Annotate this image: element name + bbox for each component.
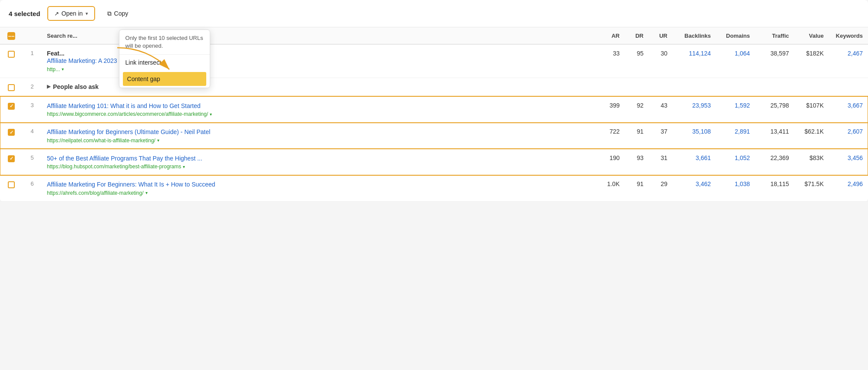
- th-ur: UR: [649, 27, 673, 44]
- row5-value: $83K: [794, 149, 829, 175]
- row4-domains: 2,891: [716, 123, 755, 149]
- row1-featured-label: Feat...: [47, 50, 64, 57]
- row6-checkbox-cell: [0, 175, 23, 202]
- row3-num: 3: [23, 96, 42, 123]
- th-backlinks: Backlinks: [673, 27, 716, 44]
- row5-ar: 190: [599, 149, 625, 175]
- row4-title-link[interactable]: Affiliate Marketing for Beginners (Ultim…: [47, 128, 594, 137]
- table-row: 6 Affiliate Marketing For Beginners: Wha…: [0, 175, 868, 202]
- row6-checkbox[interactable]: [8, 181, 15, 188]
- row3-title-link[interactable]: Affiliate Marketing 101: What it is and …: [47, 102, 594, 111]
- row1-ur: 30: [649, 44, 673, 78]
- row4-ur: 37: [649, 123, 673, 149]
- th-dr: DR: [625, 27, 649, 44]
- link-intersect-item[interactable]: Link intersect: [119, 55, 210, 70]
- row5-content: 50+ of the Best Affiliate Programs That …: [42, 149, 599, 175]
- selected-count: 4 selected: [9, 10, 40, 17]
- row6-title-link[interactable]: Affiliate Marketing For Beginners: What …: [47, 180, 594, 189]
- row6-content: Affiliate Marketing For Beginners: What …: [42, 175, 599, 202]
- row3-url-chevron-icon: ▾: [210, 112, 212, 117]
- row5-dr: 93: [625, 149, 649, 175]
- table-row: 4 Affiliate Marketing for Beginners (Ult…: [0, 123, 868, 149]
- row3-ur: 43: [649, 96, 673, 123]
- table-row: 3 Affiliate Marketing 101: What it is an…: [0, 96, 868, 123]
- row5-domains: 1,052: [716, 149, 755, 175]
- row4-checkbox[interactable]: [8, 129, 15, 136]
- row2-checkbox[interactable]: [8, 84, 15, 91]
- row4-traffic: 13,411: [755, 123, 794, 149]
- copy-label: Copy: [114, 10, 129, 17]
- row4-url-chevron-icon: ▾: [157, 138, 159, 143]
- row1-backlinks: 114,124: [673, 44, 716, 78]
- row3-value: $107K: [794, 96, 829, 123]
- row1-url-link[interactable]: http... ▾: [47, 66, 64, 72]
- row5-traffic: 22,369: [755, 149, 794, 175]
- people-ask-label: People also ask: [53, 83, 99, 90]
- open-in-icon: ↗: [54, 10, 59, 17]
- table-row: 5 50+ of the Best Affiliate Programs Tha…: [0, 149, 868, 175]
- row5-url-link[interactable]: https://blog.hubspot.com/marketing/best-…: [47, 164, 185, 170]
- row1-checkbox-cell: [0, 44, 23, 78]
- th-traffic: Traffic: [755, 27, 794, 44]
- row3-ar: 399: [599, 96, 625, 123]
- row1-url-chevron-icon: ▾: [62, 67, 64, 72]
- th-ar: AR: [599, 27, 625, 44]
- row6-dr: 91: [625, 175, 649, 202]
- row1-ar: 33: [599, 44, 625, 78]
- row2-num: 2: [23, 78, 42, 96]
- row3-url-link[interactable]: https://www.bigcommerce.com/articles/eco…: [47, 111, 212, 117]
- copy-icon: ⧉: [107, 10, 112, 17]
- th-checkbox: −: [0, 27, 23, 44]
- select-all-checkbox[interactable]: −: [8, 33, 15, 39]
- row3-keywords: 3,667: [829, 96, 868, 123]
- row1-traffic: 38,597: [755, 44, 794, 78]
- row1-keywords: 2,467: [829, 44, 868, 78]
- row6-value: $71.5K: [794, 175, 829, 202]
- open-in-label: Open in: [62, 10, 83, 17]
- row5-title-link[interactable]: 50+ of the Best Affiliate Programs That …: [47, 154, 594, 163]
- row4-backlinks: 35,108: [673, 123, 716, 149]
- content-gap-item[interactable]: Content gap: [123, 72, 206, 86]
- row3-checkbox-cell: [0, 96, 23, 123]
- row1-value: $182K: [794, 44, 829, 78]
- row4-url-link[interactable]: https://neilpatel.com/what-is-affiliate-…: [47, 138, 159, 144]
- row1-num: 1: [23, 44, 42, 78]
- row5-checkbox-cell: [0, 149, 23, 175]
- row3-checkbox[interactable]: [8, 103, 15, 110]
- dropdown-tooltip: Only the first 10 selected URLs will be …: [119, 30, 210, 55]
- row6-backlinks: 3,462: [673, 175, 716, 202]
- row5-backlinks: 3,661: [673, 149, 716, 175]
- row3-traffic: 25,798: [755, 96, 794, 123]
- open-in-dropdown: Only the first 10 selected URLs will be …: [119, 29, 210, 88]
- toolbar: 4 selected ↗ Open in ▾ Only the first 10…: [0, 0, 868, 27]
- row6-url-chevron-icon: ▾: [145, 190, 148, 195]
- row6-traffic: 18,115: [755, 175, 794, 202]
- row3-dr: 92: [625, 96, 649, 123]
- row3-domains: 1,592: [716, 96, 755, 123]
- row6-num: 6: [23, 175, 42, 202]
- th-num: [23, 27, 42, 44]
- row6-ar: 1.0K: [599, 175, 625, 202]
- row4-num: 4: [23, 123, 42, 149]
- open-in-button[interactable]: ↗ Open in ▾: [47, 6, 95, 21]
- row4-dr: 91: [625, 123, 649, 149]
- row1-checkbox[interactable]: [8, 51, 15, 58]
- row2-checkbox-cell: [0, 78, 23, 96]
- row3-content: Affiliate Marketing 101: What it is and …: [42, 96, 599, 123]
- row1-domains: 1,064: [716, 44, 755, 78]
- copy-button[interactable]: ⧉ Copy: [102, 7, 134, 20]
- th-keywords: Keywords: [829, 27, 868, 44]
- row5-checkbox[interactable]: [8, 155, 15, 162]
- row4-content: Affiliate Marketing for Beginners (Ultim…: [42, 123, 599, 149]
- expand-icon: ▶: [47, 84, 50, 89]
- row4-ar: 722: [599, 123, 625, 149]
- row6-ur: 29: [649, 175, 673, 202]
- row4-keywords: 2,607: [829, 123, 868, 149]
- row1-dr: 95: [625, 44, 649, 78]
- row5-num: 5: [23, 149, 42, 175]
- row6-url-link[interactable]: https://ahrefs.com/blog/affiliate-market…: [47, 190, 148, 196]
- th-domains: Domains: [716, 27, 755, 44]
- row5-keywords: 3,456: [829, 149, 868, 175]
- row3-backlinks: 23,953: [673, 96, 716, 123]
- row4-checkbox-cell: [0, 123, 23, 149]
